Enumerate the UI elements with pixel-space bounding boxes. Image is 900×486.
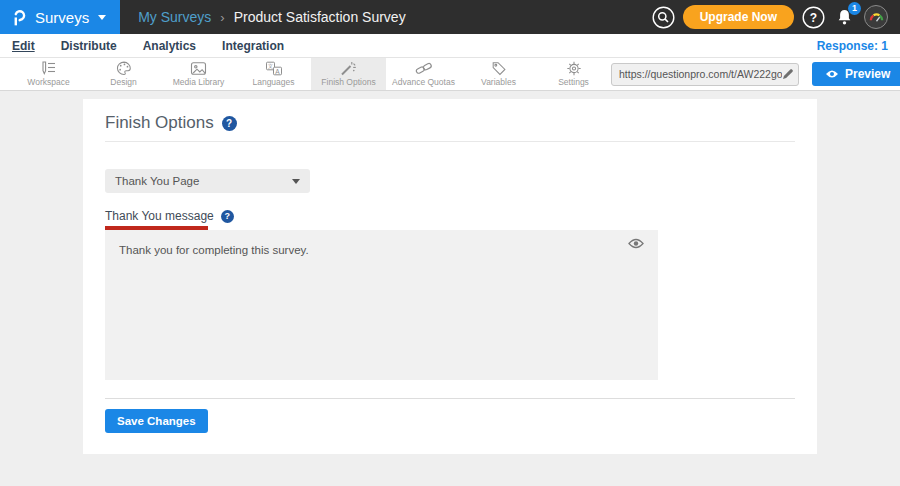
tab-edit[interactable]: Edit bbox=[12, 39, 35, 53]
toolbar-item-label: Workspace bbox=[27, 77, 69, 87]
design-icon bbox=[116, 61, 132, 76]
finish-options-panel: Finish Options ? Thank You Page Thank Yo… bbox=[83, 99, 817, 454]
toolbar-right-actions: Preview bbox=[611, 58, 900, 90]
section-divider bbox=[105, 398, 795, 399]
survey-nav-tabs: Edit Distribute Analytics Integration bbox=[12, 39, 284, 53]
breadcrumb: My Surveys › Product Satisfaction Survey bbox=[138, 9, 405, 25]
upgrade-now-button[interactable]: Upgrade Now bbox=[683, 5, 794, 29]
languages-icon: 文 A bbox=[265, 61, 283, 76]
toolbar-item-variables[interactable]: Variables bbox=[461, 58, 536, 90]
toolbar-item-label: Variables bbox=[481, 77, 516, 87]
chevron-down-icon bbox=[292, 179, 300, 184]
tab-analytics[interactable]: Analytics bbox=[143, 39, 196, 53]
chevron-down-icon bbox=[98, 15, 106, 20]
svg-text:?: ? bbox=[810, 10, 817, 24]
svg-text:A: A bbox=[275, 68, 280, 75]
page-title: Finish Options bbox=[105, 112, 214, 134]
variables-icon bbox=[491, 61, 507, 76]
svg-text:文: 文 bbox=[267, 63, 273, 69]
notification-badge: 1 bbox=[848, 2, 861, 15]
thank-you-message-text: Thank you for completing this survey. bbox=[105, 230, 658, 270]
thank-you-message-label-row: Thank You message ? bbox=[105, 209, 795, 223]
edit-url-pencil-icon[interactable] bbox=[782, 68, 794, 80]
toolbar-item-label: Finish Options bbox=[321, 77, 375, 87]
help-icon: ? bbox=[802, 6, 825, 29]
finish-options-icon bbox=[340, 61, 357, 76]
toolbar-item-label: Languages bbox=[252, 77, 294, 87]
editor-preview-eye-icon[interactable] bbox=[628, 238, 644, 249]
toolbar-item-finish-options[interactable]: Finish Options bbox=[311, 58, 386, 90]
eye-icon bbox=[825, 69, 839, 79]
save-changes-button[interactable]: Save Changes bbox=[105, 409, 208, 433]
toolbar-item-media-library[interactable]: Media Library bbox=[161, 58, 236, 90]
preview-button[interactable]: Preview bbox=[812, 62, 900, 86]
page-background: Finish Options ? Thank You Page Thank Yo… bbox=[0, 99, 900, 486]
user-avatar[interactable] bbox=[864, 5, 888, 29]
toolbar-item-languages[interactable]: 文 A Languages bbox=[236, 58, 311, 90]
panel-header: Finish Options ? bbox=[105, 99, 795, 142]
settings-icon bbox=[566, 61, 582, 76]
thank-you-message-label: Thank You message bbox=[105, 209, 214, 223]
breadcrumb-separator: › bbox=[220, 10, 224, 25]
questionpro-logo-icon bbox=[13, 8, 26, 26]
edit-toolbar: Workspace Design Media Library bbox=[0, 58, 900, 91]
finish-options-help-icon[interactable]: ? bbox=[222, 116, 237, 131]
notifications-button[interactable]: 1 bbox=[833, 6, 856, 29]
media-library-icon bbox=[190, 61, 207, 76]
response-count[interactable]: Response: 1 bbox=[817, 39, 888, 53]
toolbar-item-label: Media Library bbox=[173, 77, 225, 87]
help-button[interactable]: ? bbox=[802, 6, 825, 29]
tab-integration[interactable]: Integration bbox=[222, 39, 284, 53]
finish-type-dropdown-value: Thank You Page bbox=[115, 175, 199, 187]
advance-quotas-icon bbox=[415, 61, 433, 76]
app-menu-label: Surveys bbox=[35, 9, 89, 26]
toolbar-item-settings[interactable]: Settings bbox=[536, 58, 611, 90]
toolbar-item-label: Design bbox=[110, 77, 136, 87]
workspace-icon bbox=[40, 61, 57, 76]
search-button[interactable] bbox=[652, 6, 675, 29]
surveys-app-menu[interactable]: Surveys bbox=[0, 0, 120, 34]
toolbar-item-workspace[interactable]: Workspace bbox=[11, 58, 86, 90]
top-bar: Surveys My Surveys › Product Satisfactio… bbox=[0, 0, 900, 34]
survey-nav-row: Edit Distribute Analytics Integration Re… bbox=[0, 34, 900, 58]
thank-you-message-help-icon[interactable]: ? bbox=[221, 210, 234, 223]
toolbar-item-design[interactable]: Design bbox=[86, 58, 161, 90]
thank-you-message-editor[interactable]: Thank you for completing this survey. bbox=[105, 230, 658, 380]
toolbar-item-advance-quotas[interactable]: Advance Quotas bbox=[386, 58, 461, 90]
survey-url-input[interactable] bbox=[619, 68, 782, 80]
toolbar-item-label: Settings bbox=[558, 77, 589, 87]
preview-button-label: Preview bbox=[845, 67, 890, 81]
breadcrumb-survey-title: Product Satisfaction Survey bbox=[234, 9, 406, 25]
search-icon bbox=[652, 6, 675, 29]
survey-url-field[interactable] bbox=[611, 63, 799, 86]
gauge-avatar-icon bbox=[868, 11, 885, 23]
topbar-actions: Upgrade Now ? 1 bbox=[652, 5, 900, 29]
edit-toolbar-tabs: Workspace Design Media Library bbox=[11, 58, 611, 90]
finish-type-dropdown[interactable]: Thank You Page bbox=[105, 169, 310, 193]
breadcrumb-my-surveys-link[interactable]: My Surveys bbox=[138, 9, 211, 25]
tab-distribute[interactable]: Distribute bbox=[61, 39, 117, 53]
toolbar-item-label: Advance Quotas bbox=[392, 77, 455, 87]
